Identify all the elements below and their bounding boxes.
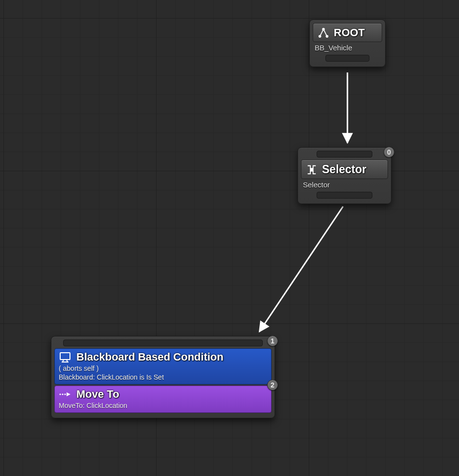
task-index-badge-1: 1	[267, 336, 278, 346]
root-node[interactable]: ROOT BB_Vehicle	[309, 20, 386, 67]
svg-point-3	[326, 36, 328, 38]
action-title: Move To	[76, 388, 119, 401]
move-to-icon	[59, 390, 71, 399]
action-section[interactable]: Move To MoveTo: ClickLocation	[54, 385, 272, 413]
svg-point-9	[64, 393, 66, 395]
blackboard-icon	[59, 351, 71, 363]
svg-rect-5	[310, 168, 313, 171]
svg-rect-6	[60, 353, 70, 360]
selector-index-badge: 0	[384, 147, 394, 158]
task-input-pin[interactable]	[63, 340, 263, 346]
root-title: ROOT	[334, 26, 365, 39]
svg-point-2	[319, 36, 321, 38]
task-node[interactable]: 1 2 Blackboard Based Condition ( aborts …	[51, 336, 275, 418]
root-icon	[318, 27, 329, 38]
selector-subtitle: Selector	[301, 179, 388, 189]
root-output-pin[interactable]	[325, 55, 370, 62]
selector-node[interactable]: 0 Selector Selector	[298, 147, 391, 204]
decorator-section[interactable]: Blackboard Based Condition ( aborts self…	[54, 348, 272, 385]
selector-input-pin[interactable]	[317, 151, 372, 158]
action-detail: MoveTo: ClickLocation	[59, 401, 267, 409]
svg-point-8	[62, 393, 63, 395]
root-subtitle: BB_Vehicle	[313, 42, 382, 52]
svg-point-4	[322, 28, 324, 30]
decorator-title: Blackboard Based Condition	[76, 351, 224, 363]
root-header: ROOT	[313, 23, 382, 42]
task-index-badge-2: 2	[267, 380, 278, 390]
selector-title: Selector	[322, 163, 367, 176]
svg-point-7	[59, 393, 61, 395]
selector-icon	[306, 164, 317, 175]
decorator-detail: Blackboard: ClickLocation is Is Set	[59, 372, 267, 381]
decorator-aborts: ( aborts self )	[59, 363, 267, 372]
selector-header: Selector	[301, 159, 388, 179]
selector-output-pin[interactable]	[317, 192, 372, 199]
